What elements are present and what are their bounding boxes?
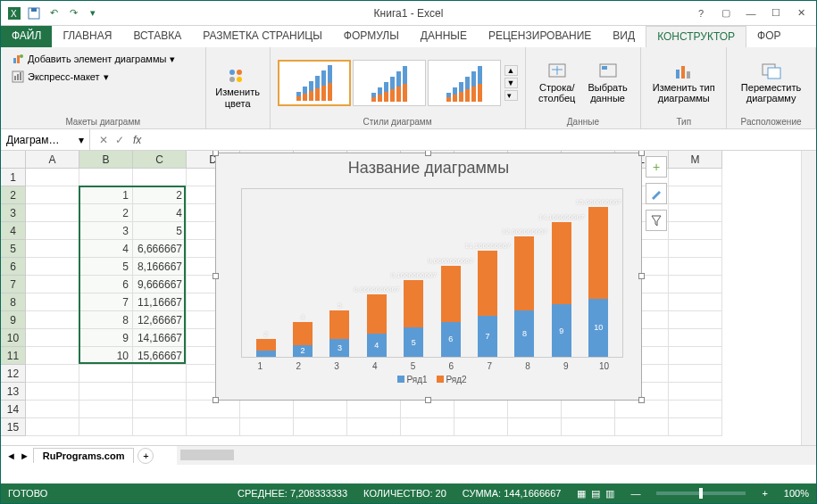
add-sheet-button[interactable]: +	[138, 448, 154, 464]
tab-file[interactable]: ФАЙЛ	[1, 26, 52, 47]
cell[interactable]	[669, 186, 722, 204]
chart-legend[interactable]: Ряд1 Ряд2	[216, 375, 641, 384]
cell[interactable]: 5	[79, 258, 133, 276]
cell[interactable]: 14,16667	[133, 329, 187, 347]
view-normal-icon[interactable]: ▦	[577, 488, 586, 500]
row-header[interactable]: 5	[1, 240, 26, 258]
tab-design[interactable]: КОНСТРУКТОР	[646, 26, 746, 47]
cell[interactable]	[79, 365, 133, 383]
chevron-down-icon[interactable]: ▾	[79, 134, 84, 146]
column-header[interactable]: B	[79, 151, 133, 169]
row-header[interactable]: 10	[1, 329, 26, 347]
enter-icon[interactable]: ✓	[115, 134, 124, 146]
cell[interactable]	[669, 240, 722, 258]
style-gallery[interactable]: ▲ ▼ ▾	[278, 51, 518, 115]
cell[interactable]	[669, 365, 722, 383]
add-chart-element-button[interactable]: Добавить элемент диаграммы ▾	[8, 51, 179, 67]
row-header[interactable]: 2	[1, 186, 26, 204]
cell[interactable]	[562, 401, 615, 418]
cell[interactable]	[669, 383, 722, 401]
row-header[interactable]: 8	[1, 293, 26, 311]
cancel-icon[interactable]: ✕	[99, 134, 108, 146]
cell[interactable]	[26, 401, 79, 418]
cell[interactable]	[615, 418, 669, 436]
view-page-layout-icon[interactable]: ▤	[591, 488, 600, 500]
cell[interactable]	[26, 222, 79, 240]
cell[interactable]: 2	[133, 186, 187, 204]
cell[interactable]	[26, 383, 79, 401]
sheet-nav-next-icon[interactable]: ►	[20, 450, 29, 461]
row-header[interactable]: 14	[1, 401, 26, 418]
chart-styles-button[interactable]	[646, 183, 667, 204]
cell[interactable]	[26, 240, 79, 258]
cell[interactable]	[133, 365, 187, 383]
cell[interactable]: 6	[79, 276, 133, 293]
cell[interactable]	[133, 418, 187, 436]
cell[interactable]	[669, 401, 722, 418]
redo-icon[interactable]: ↷	[65, 5, 81, 21]
cell[interactable]	[669, 347, 722, 365]
chart-title[interactable]: Название диаграммы	[216, 153, 641, 183]
cell[interactable]: 9	[79, 329, 133, 347]
chart-style-2[interactable]	[353, 60, 426, 106]
switch-row-column-button[interactable]: Строка/ столбец	[535, 61, 579, 105]
cell[interactable]	[187, 401, 240, 418]
undo-icon[interactable]: ↶	[46, 5, 62, 21]
tab-formulas[interactable]: ФОРМУЛЫ	[333, 26, 410, 47]
cell[interactable]: 11,16667	[133, 293, 187, 311]
gallery-more-icon[interactable]: ▾	[504, 90, 518, 101]
zoom-in-button[interactable]: +	[762, 488, 767, 499]
row-header[interactable]: 1	[1, 169, 26, 186]
fx-icon[interactable]: fx	[133, 134, 146, 146]
cell[interactable]	[79, 401, 133, 418]
change-chart-type-button[interactable]: Изменить тип диаграммы	[649, 61, 719, 105]
select-all-corner[interactable]	[1, 151, 26, 169]
select-data-button[interactable]: Выбрать данные	[584, 61, 630, 105]
row-header[interactable]: 15	[1, 418, 26, 436]
row-headers[interactable]: 123456789101112131415	[1, 169, 26, 436]
change-colors-button[interactable]: Изменить цвета	[212, 65, 263, 110]
chart-style-1[interactable]	[278, 60, 351, 106]
row-header[interactable]: 4	[1, 222, 26, 240]
row-header[interactable]: 11	[1, 347, 26, 365]
cell[interactable]: 9,666667	[133, 276, 187, 293]
cell[interactable]	[240, 418, 294, 436]
cell[interactable]	[562, 418, 615, 436]
cell[interactable]: 8,166667	[133, 258, 187, 276]
cell[interactable]	[26, 293, 79, 311]
column-header[interactable]: C	[133, 151, 187, 169]
save-icon[interactable]	[26, 5, 42, 21]
cell[interactable]	[669, 293, 722, 311]
worksheet-grid[interactable]: ABCDEFGHIJKLM 123456789101112131415 1224…	[1, 151, 816, 445]
cell[interactable]: 10	[79, 347, 133, 365]
cell[interactable]	[187, 418, 240, 436]
move-chart-button[interactable]: Переместить диаграмму	[738, 61, 804, 105]
zoom-out-button[interactable]: —	[630, 488, 640, 499]
cell[interactable]	[347, 401, 401, 418]
chart-object[interactable]: Название диаграммы 2243546,666666666758,…	[215, 153, 642, 401]
cell[interactable]	[669, 169, 722, 186]
cell[interactable]: 6,666667	[133, 240, 187, 258]
vertical-scrollbar[interactable]	[801, 151, 816, 445]
gallery-down-icon[interactable]: ▼	[504, 78, 518, 88]
qat-dropdown-icon[interactable]: ▾	[85, 5, 101, 21]
cell[interactable]: 7	[79, 293, 133, 311]
cell[interactable]	[294, 418, 347, 436]
cell[interactable]	[133, 169, 187, 186]
tab-view[interactable]: ВИД	[602, 26, 646, 47]
cell[interactable]	[79, 418, 133, 436]
cell[interactable]	[294, 401, 347, 418]
cell[interactable]	[669, 329, 722, 347]
cell[interactable]	[454, 401, 508, 418]
cell[interactable]: 4	[133, 204, 187, 222]
cell[interactable]: 15,66667	[133, 347, 187, 365]
row-header[interactable]: 9	[1, 311, 26, 329]
help-button[interactable]: ?	[689, 4, 713, 22]
tab-home[interactable]: ГЛАВНАЯ	[52, 26, 122, 47]
cell[interactable]	[508, 418, 562, 436]
cell[interactable]	[133, 383, 187, 401]
cell[interactable]	[615, 401, 669, 418]
cell[interactable]	[26, 276, 79, 293]
cell[interactable]	[133, 401, 187, 418]
cell[interactable]	[79, 169, 133, 186]
